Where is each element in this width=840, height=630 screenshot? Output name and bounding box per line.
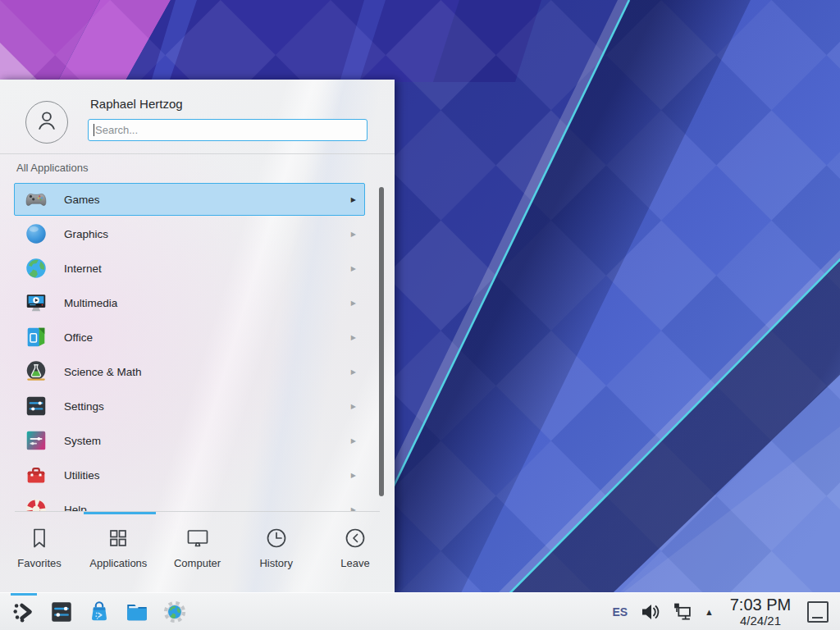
- category-list: Games ▶ Graphics ▶ Internet: [0, 183, 395, 511]
- expand-arrow-icon[interactable]: ▲: [705, 607, 714, 617]
- category-label: System: [64, 435, 101, 447]
- search-input[interactable]: Search...: [88, 119, 368, 141]
- submenu-arrow-icon: ▶: [351, 403, 356, 410]
- science-icon: [24, 359, 48, 384]
- scrollbar[interactable]: [379, 187, 384, 496]
- launcher-tab-bar: Favorites Applications Computer History: [0, 515, 395, 592]
- tab-label: History: [259, 557, 292, 569]
- category-item-office[interactable]: Office ▶: [14, 321, 365, 354]
- footer-separator: [15, 511, 380, 512]
- tab-label: Computer: [174, 557, 221, 569]
- desktop: Raphael Hertzog Search... All Applicatio…: [0, 0, 840, 630]
- games-icon: [24, 187, 48, 212]
- system-settings-button[interactable]: [43, 593, 80, 630]
- submenu-arrow-icon: ▶: [351, 334, 356, 341]
- search-placeholder: Search...: [95, 124, 138, 136]
- tab-history[interactable]: History: [237, 525, 316, 592]
- history-icon: [263, 525, 290, 551]
- folder-icon: [125, 600, 149, 624]
- graphics-icon: [24, 221, 48, 246]
- kde-launcher-icon: [11, 600, 36, 624]
- category-item-internet[interactable]: Internet ▶: [14, 252, 365, 285]
- category-item-games[interactable]: Games ▶: [14, 183, 365, 216]
- category-label: Help: [64, 504, 87, 512]
- globe-gear-icon: [162, 600, 187, 624]
- clock-time: 7:03 PM: [730, 596, 791, 614]
- category-item-settings[interactable]: Settings ▶: [14, 390, 365, 422]
- submenu-arrow-icon: ▶: [351, 368, 356, 376]
- taskbar: ES ▲ 7:03 PM 4/24/21: [0, 592, 840, 630]
- favorites-icon: [26, 525, 52, 551]
- file-manager-button[interactable]: [118, 593, 156, 630]
- digital-clock[interactable]: 7:03 PM 4/24/21: [726, 596, 795, 628]
- user-name: Raphael Hertzog: [90, 97, 183, 111]
- submenu-arrow-icon: ▶: [351, 437, 356, 445]
- utilities-icon: [24, 463, 48, 487]
- office-icon: [24, 325, 48, 349]
- category-label: Science & Math: [64, 366, 142, 378]
- system-settings-icon: [49, 600, 74, 624]
- leave-icon: [342, 525, 368, 551]
- settings-icon: [24, 394, 48, 418]
- application-launcher-menu: Raphael Hertzog Search... All Applicatio…: [0, 80, 395, 592]
- tab-applications[interactable]: Applications: [79, 525, 158, 592]
- category-item-science-math[interactable]: Science & Math ▶: [14, 355, 365, 388]
- submenu-arrow-icon: ▶: [351, 231, 356, 238]
- header-separator: [0, 153, 395, 154]
- category-item-multimedia[interactable]: Multimedia ▶: [14, 286, 365, 319]
- category-item-system[interactable]: System ▶: [14, 424, 365, 457]
- submenu-arrow-icon: ▶: [351, 299, 356, 307]
- submenu-arrow-icon: ▶: [351, 196, 356, 203]
- keyboard-layout-indicator[interactable]: ES: [612, 605, 628, 619]
- submenu-arrow-icon: ▶: [351, 472, 356, 479]
- section-label: All Applications: [16, 162, 88, 174]
- network-icon[interactable]: [672, 601, 692, 622]
- submenu-arrow-icon: ▶: [351, 265, 356, 272]
- show-desktop-button[interactable]: [807, 601, 829, 623]
- clock-date: 4/24/21: [740, 614, 781, 628]
- category-label: Settings: [64, 400, 104, 413]
- tab-leave[interactable]: Leave: [316, 525, 395, 592]
- tab-label: Leave: [340, 557, 369, 569]
- category-item-utilities[interactable]: Utilities ▶: [14, 459, 365, 491]
- computer-icon: [185, 525, 211, 551]
- category-label: Utilities: [64, 469, 100, 482]
- discover-button[interactable]: [80, 593, 118, 630]
- tab-favorites[interactable]: Favorites: [0, 525, 79, 592]
- help-icon: [24, 497, 48, 511]
- applications-icon: [105, 525, 131, 551]
- category-item-help[interactable]: Help ▶: [14, 493, 365, 511]
- web-browser-button[interactable]: [156, 593, 194, 630]
- volume-icon[interactable]: [640, 602, 660, 622]
- category-label: Internet: [64, 262, 102, 275]
- multimedia-icon: [24, 290, 48, 315]
- discover-bag-icon: [87, 600, 112, 624]
- tab-label: Applications: [89, 557, 147, 569]
- active-tab-indicator: [84, 512, 156, 514]
- launcher-active-indicator: [11, 593, 37, 596]
- avatar[interactable]: [25, 101, 68, 144]
- category-label: Office: [64, 331, 93, 344]
- category-label: Games: [64, 194, 100, 206]
- category-label: Graphics: [64, 228, 108, 240]
- system-icon: [24, 428, 48, 453]
- launcher-button[interactable]: [5, 593, 43, 630]
- text-caret: [94, 124, 94, 136]
- tab-computer[interactable]: Computer: [158, 525, 236, 592]
- show-desktop-line: [812, 617, 823, 619]
- system-tray: ES ▲ 7:03 PM 4/24/21: [612, 596, 829, 628]
- tab-label: Favorites: [17, 557, 61, 569]
- user-icon: [33, 107, 61, 138]
- internet-icon: [24, 256, 48, 281]
- category-label: Multimedia: [64, 297, 117, 309]
- category-item-graphics[interactable]: Graphics ▶: [14, 217, 365, 250]
